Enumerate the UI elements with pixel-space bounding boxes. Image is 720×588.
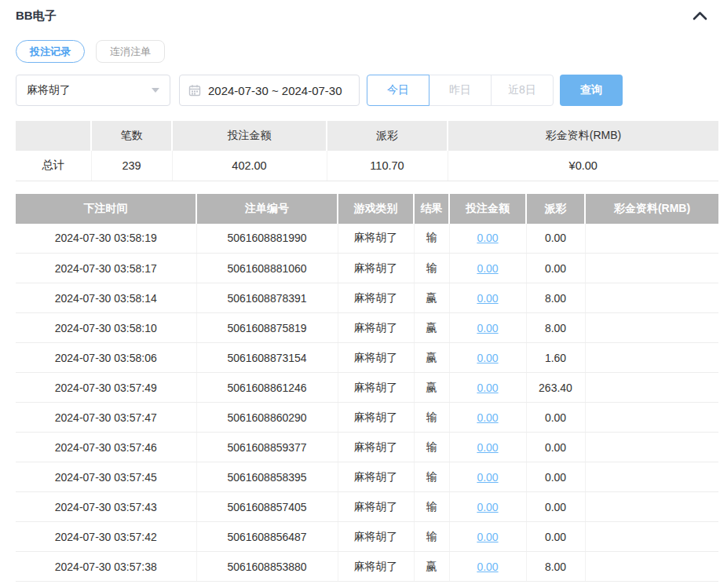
game-type-cell: 麻将胡了	[338, 283, 414, 313]
tab-cancelled-orders[interactable]: 连消注单	[96, 40, 165, 63]
bet-amount-link[interactable]: 0.00	[477, 501, 498, 513]
table-row: 2024-07-30 03:58:105061608875819麻将胡了赢0.0…	[16, 313, 718, 343]
summary-total-row: 总计 239 402.00 110.70 ¥0.00	[16, 151, 718, 181]
bet-time-cell: 2024-07-30 03:58:17	[16, 254, 196, 283]
bonus-cell	[585, 433, 718, 462]
payout-cell: 0.00	[526, 224, 585, 254]
order-number-cell: 5061608853880	[196, 552, 338, 582]
bet-time-cell: 2024-07-30 03:57:38	[16, 552, 196, 582]
records-header-cell: 派彩	[526, 194, 585, 224]
result-cell: 赢	[414, 283, 449, 313]
tab-betting-records[interactable]: 投注记录	[16, 40, 85, 63]
result-cell: 输	[414, 224, 449, 254]
bet-amount-link[interactable]: 0.00	[477, 232, 498, 244]
payout-cell: 0.00	[526, 403, 585, 433]
result-cell: 赢	[414, 373, 449, 403]
bet-amount-cell: 0.00	[449, 313, 526, 343]
payout-cell: 0.00	[526, 462, 585, 492]
table-row: 2024-07-30 03:57:435061608857405麻将胡了输0.0…	[16, 492, 718, 522]
bet-amount-cell: 0.00	[449, 492, 526, 522]
records-header-row: 下注时间注单编号游戏类别结果投注金额派彩彩金资料(RMB)	[16, 194, 718, 224]
order-number-cell: 5061608856487	[196, 522, 338, 552]
game-select[interactable]: 麻将胡了	[16, 75, 170, 106]
order-number-cell: 5061608861246	[196, 373, 338, 403]
records-header-cell: 结果	[414, 194, 449, 224]
chevron-up-icon	[693, 11, 707, 23]
game-type-cell: 麻将胡了	[338, 313, 414, 343]
bonus-cell	[585, 254, 718, 283]
table-row: 2024-07-30 03:58:145061608878391麻将胡了赢0.0…	[16, 283, 718, 313]
last-8-days-button[interactable]: 近8日	[491, 75, 554, 106]
records-header-cell: 下注时间	[16, 194, 196, 224]
game-select-value: 麻将胡了	[27, 83, 71, 97]
bet-amount-link[interactable]: 0.00	[477, 352, 498, 364]
records-body: 2024-07-30 03:58:195061608881990麻将胡了输0.0…	[16, 224, 718, 588]
bet-amount-link[interactable]: 0.00	[477, 292, 498, 305]
game-type-cell: 麻将胡了	[338, 373, 414, 403]
bet-amount-link[interactable]: 0.00	[477, 471, 498, 484]
search-button[interactable]: 查询	[560, 75, 623, 106]
bet-amount-link[interactable]: 0.00	[477, 322, 498, 334]
bet-time-cell: 2024-07-30 03:57:46	[16, 433, 196, 462]
table-row: 2024-07-30 03:58:065061608873154麻将胡了赢0.0…	[16, 343, 718, 373]
record-type-tabs: 投注记录 连消注单	[16, 40, 720, 63]
table-row: 2024-07-30 03:57:475061608860290麻将胡了输0.0…	[16, 403, 718, 433]
payout-cell: 263.40	[526, 373, 585, 403]
bet-amount-link[interactable]: 0.00	[477, 561, 498, 573]
bonus-cell	[585, 283, 718, 313]
summary-header-row: 笔数投注金额派彩彩金资料(RMB)	[16, 121, 718, 151]
filter-bar: 麻将胡了 2024-07-30 ~ 2024-07-30 今日 昨日 近8日 查…	[16, 75, 720, 106]
result-cell: 输	[414, 462, 449, 492]
bonus-cell	[585, 224, 718, 254]
bet-amount-link[interactable]: 0.00	[477, 382, 498, 394]
summary-header-cell: 派彩	[327, 121, 448, 151]
table-row: 2024-07-30 03:57:385061608853880麻将胡了赢0.0…	[16, 552, 718, 582]
today-button[interactable]: 今日	[367, 75, 429, 106]
result-cell: 输	[414, 492, 449, 522]
summary-header-cell: 投注金额	[172, 121, 327, 151]
calendar-icon	[188, 84, 201, 97]
records-header-cell: 游戏类别	[338, 194, 414, 224]
summary-total-label: 总计	[16, 151, 91, 181]
bet-amount-cell: 0.00	[449, 343, 526, 373]
bonus-cell	[585, 373, 718, 403]
result-cell: 输	[414, 254, 449, 283]
bet-amount-link[interactable]: 0.00	[477, 411, 498, 424]
bet-amount-cell: 0.00	[449, 433, 526, 462]
summary-count: 239	[91, 151, 172, 181]
collapse-panel-button[interactable]	[691, 9, 709, 22]
summary-table: 笔数投注金额派彩彩金资料(RMB) 总计 239 402.00 110.70 ¥…	[16, 121, 718, 181]
bet-amount-cell: 0.00	[449, 522, 526, 552]
summary-header-cell	[16, 121, 91, 151]
date-range-input[interactable]: 2024-07-30 ~ 2024-07-30	[179, 75, 360, 106]
payout-cell: 0.00	[526, 254, 585, 283]
yesterday-button[interactable]: 昨日	[429, 75, 492, 106]
table-row: 2024-07-30 03:57:425061608856487麻将胡了输0.0…	[16, 522, 718, 552]
game-type-cell: 麻将胡了	[338, 462, 414, 492]
bet-time-cell: 2024-07-30 03:57:45	[16, 462, 196, 492]
result-cell: 赢	[414, 343, 449, 373]
summary-header-cell: 笔数	[91, 121, 172, 151]
bet-time-cell: 2024-07-30 03:57:49	[16, 373, 196, 403]
order-number-cell: 5061608878391	[196, 283, 338, 313]
bonus-cell	[585, 522, 718, 552]
payout-cell: 8.00	[526, 283, 585, 313]
table-row: 2024-07-30 03:58:175061608881060麻将胡了输0.0…	[16, 254, 718, 283]
bet-amount-cell: 0.00	[449, 373, 526, 403]
game-type-cell: 麻将胡了	[338, 403, 414, 433]
order-number-cell: 5061608858395	[196, 462, 338, 492]
payout-cell: 8.00	[526, 313, 585, 343]
order-number-cell: 5061608860290	[196, 403, 338, 433]
order-number-cell: 5061608857405	[196, 492, 338, 522]
date-range-value: 2024-07-30 ~ 2024-07-30	[208, 84, 342, 97]
bet-amount-cell: 0.00	[449, 224, 526, 254]
bet-amount-link[interactable]: 0.00	[477, 531, 498, 543]
result-cell: 赢	[414, 313, 449, 343]
bet-time-cell: 2024-07-30 03:58:06	[16, 343, 196, 373]
bet-amount-link[interactable]: 0.00	[477, 441, 498, 454]
bonus-cell	[585, 313, 718, 343]
bonus-cell	[585, 343, 718, 373]
page-title: BB电子	[16, 9, 57, 24]
payout-cell: 0.00	[526, 522, 585, 552]
bet-amount-link[interactable]: 0.00	[477, 262, 498, 275]
